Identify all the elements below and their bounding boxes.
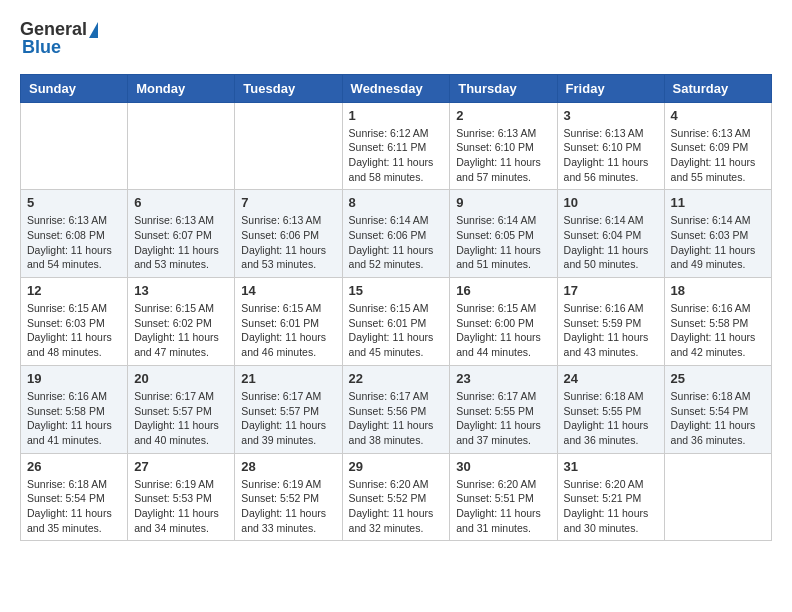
day-number: 25 — [671, 371, 765, 386]
day-info: Sunrise: 6:13 AM Sunset: 6:10 PM Dayligh… — [456, 126, 550, 185]
weekday-header-row: SundayMondayTuesdayWednesdayThursdayFrid… — [21, 74, 772, 102]
day-number: 9 — [456, 195, 550, 210]
week-row-4: 19Sunrise: 6:16 AM Sunset: 5:58 PM Dayli… — [21, 365, 772, 453]
day-info: Sunrise: 6:20 AM Sunset: 5:52 PM Dayligh… — [349, 477, 444, 536]
day-number: 29 — [349, 459, 444, 474]
day-info: Sunrise: 6:15 AM Sunset: 6:00 PM Dayligh… — [456, 301, 550, 360]
day-cell-28: 28Sunrise: 6:19 AM Sunset: 5:52 PM Dayli… — [235, 453, 342, 541]
day-number: 4 — [671, 108, 765, 123]
day-info: Sunrise: 6:13 AM Sunset: 6:06 PM Dayligh… — [241, 213, 335, 272]
day-cell-20: 20Sunrise: 6:17 AM Sunset: 5:57 PM Dayli… — [128, 365, 235, 453]
day-info: Sunrise: 6:15 AM Sunset: 6:01 PM Dayligh… — [241, 301, 335, 360]
day-cell-31: 31Sunrise: 6:20 AM Sunset: 5:21 PM Dayli… — [557, 453, 664, 541]
day-cell-25: 25Sunrise: 6:18 AM Sunset: 5:54 PM Dayli… — [664, 365, 771, 453]
day-number: 17 — [564, 283, 658, 298]
week-row-2: 5Sunrise: 6:13 AM Sunset: 6:08 PM Daylig… — [21, 190, 772, 278]
day-info: Sunrise: 6:18 AM Sunset: 5:54 PM Dayligh… — [27, 477, 121, 536]
weekday-header-friday: Friday — [557, 74, 664, 102]
day-cell-19: 19Sunrise: 6:16 AM Sunset: 5:58 PM Dayli… — [21, 365, 128, 453]
day-number: 19 — [27, 371, 121, 386]
day-info: Sunrise: 6:16 AM Sunset: 5:58 PM Dayligh… — [27, 389, 121, 448]
day-number: 18 — [671, 283, 765, 298]
day-info: Sunrise: 6:13 AM Sunset: 6:09 PM Dayligh… — [671, 126, 765, 185]
day-cell-9: 9Sunrise: 6:14 AM Sunset: 6:05 PM Daylig… — [450, 190, 557, 278]
day-number: 24 — [564, 371, 658, 386]
day-number: 27 — [134, 459, 228, 474]
weekday-header-sunday: Sunday — [21, 74, 128, 102]
day-info: Sunrise: 6:19 AM Sunset: 5:53 PM Dayligh… — [134, 477, 228, 536]
day-cell-12: 12Sunrise: 6:15 AM Sunset: 6:03 PM Dayli… — [21, 278, 128, 366]
day-number: 31 — [564, 459, 658, 474]
empty-cell — [235, 102, 342, 190]
day-number: 6 — [134, 195, 228, 210]
day-info: Sunrise: 6:13 AM Sunset: 6:08 PM Dayligh… — [27, 213, 121, 272]
day-number: 12 — [27, 283, 121, 298]
day-number: 26 — [27, 459, 121, 474]
day-info: Sunrise: 6:12 AM Sunset: 6:11 PM Dayligh… — [349, 126, 444, 185]
day-cell-22: 22Sunrise: 6:17 AM Sunset: 5:56 PM Dayli… — [342, 365, 450, 453]
day-cell-30: 30Sunrise: 6:20 AM Sunset: 5:51 PM Dayli… — [450, 453, 557, 541]
day-cell-27: 27Sunrise: 6:19 AM Sunset: 5:53 PM Dayli… — [128, 453, 235, 541]
day-cell-3: 3Sunrise: 6:13 AM Sunset: 6:10 PM Daylig… — [557, 102, 664, 190]
day-cell-6: 6Sunrise: 6:13 AM Sunset: 6:07 PM Daylig… — [128, 190, 235, 278]
empty-cell — [21, 102, 128, 190]
day-cell-13: 13Sunrise: 6:15 AM Sunset: 6:02 PM Dayli… — [128, 278, 235, 366]
day-number: 10 — [564, 195, 658, 210]
day-info: Sunrise: 6:17 AM Sunset: 5:57 PM Dayligh… — [134, 389, 228, 448]
day-info: Sunrise: 6:17 AM Sunset: 5:55 PM Dayligh… — [456, 389, 550, 448]
logo: General Blue — [20, 20, 98, 58]
day-cell-21: 21Sunrise: 6:17 AM Sunset: 5:57 PM Dayli… — [235, 365, 342, 453]
day-number: 30 — [456, 459, 550, 474]
day-cell-7: 7Sunrise: 6:13 AM Sunset: 6:06 PM Daylig… — [235, 190, 342, 278]
day-number: 1 — [349, 108, 444, 123]
week-row-3: 12Sunrise: 6:15 AM Sunset: 6:03 PM Dayli… — [21, 278, 772, 366]
day-number: 8 — [349, 195, 444, 210]
calendar-table: SundayMondayTuesdayWednesdayThursdayFrid… — [20, 74, 772, 542]
weekday-header-wednesday: Wednesday — [342, 74, 450, 102]
day-info: Sunrise: 6:14 AM Sunset: 6:05 PM Dayligh… — [456, 213, 550, 272]
day-info: Sunrise: 6:15 AM Sunset: 6:01 PM Dayligh… — [349, 301, 444, 360]
weekday-header-monday: Monday — [128, 74, 235, 102]
week-row-1: 1Sunrise: 6:12 AM Sunset: 6:11 PM Daylig… — [21, 102, 772, 190]
day-info: Sunrise: 6:17 AM Sunset: 5:57 PM Dayligh… — [241, 389, 335, 448]
day-cell-18: 18Sunrise: 6:16 AM Sunset: 5:58 PM Dayli… — [664, 278, 771, 366]
empty-cell — [664, 453, 771, 541]
week-row-5: 26Sunrise: 6:18 AM Sunset: 5:54 PM Dayli… — [21, 453, 772, 541]
day-cell-15: 15Sunrise: 6:15 AM Sunset: 6:01 PM Dayli… — [342, 278, 450, 366]
weekday-header-tuesday: Tuesday — [235, 74, 342, 102]
day-cell-5: 5Sunrise: 6:13 AM Sunset: 6:08 PM Daylig… — [21, 190, 128, 278]
day-cell-16: 16Sunrise: 6:15 AM Sunset: 6:00 PM Dayli… — [450, 278, 557, 366]
day-cell-29: 29Sunrise: 6:20 AM Sunset: 5:52 PM Dayli… — [342, 453, 450, 541]
day-info: Sunrise: 6:18 AM Sunset: 5:54 PM Dayligh… — [671, 389, 765, 448]
day-info: Sunrise: 6:14 AM Sunset: 6:04 PM Dayligh… — [564, 213, 658, 272]
day-cell-14: 14Sunrise: 6:15 AM Sunset: 6:01 PM Dayli… — [235, 278, 342, 366]
day-number: 13 — [134, 283, 228, 298]
day-info: Sunrise: 6:16 AM Sunset: 5:58 PM Dayligh… — [671, 301, 765, 360]
day-cell-1: 1Sunrise: 6:12 AM Sunset: 6:11 PM Daylig… — [342, 102, 450, 190]
day-info: Sunrise: 6:20 AM Sunset: 5:21 PM Dayligh… — [564, 477, 658, 536]
day-number: 3 — [564, 108, 658, 123]
day-number: 28 — [241, 459, 335, 474]
day-number: 5 — [27, 195, 121, 210]
empty-cell — [128, 102, 235, 190]
page-header: General Blue — [20, 20, 772, 58]
day-number: 23 — [456, 371, 550, 386]
day-cell-17: 17Sunrise: 6:16 AM Sunset: 5:59 PM Dayli… — [557, 278, 664, 366]
weekday-header-saturday: Saturday — [664, 74, 771, 102]
day-cell-10: 10Sunrise: 6:14 AM Sunset: 6:04 PM Dayli… — [557, 190, 664, 278]
day-info: Sunrise: 6:13 AM Sunset: 6:10 PM Dayligh… — [564, 126, 658, 185]
day-info: Sunrise: 6:15 AM Sunset: 6:03 PM Dayligh… — [27, 301, 121, 360]
day-info: Sunrise: 6:20 AM Sunset: 5:51 PM Dayligh… — [456, 477, 550, 536]
day-cell-26: 26Sunrise: 6:18 AM Sunset: 5:54 PM Dayli… — [21, 453, 128, 541]
day-info: Sunrise: 6:18 AM Sunset: 5:55 PM Dayligh… — [564, 389, 658, 448]
day-info: Sunrise: 6:17 AM Sunset: 5:56 PM Dayligh… — [349, 389, 444, 448]
logo-blue: Blue — [20, 38, 98, 58]
day-number: 2 — [456, 108, 550, 123]
day-info: Sunrise: 6:14 AM Sunset: 6:06 PM Dayligh… — [349, 213, 444, 272]
day-number: 20 — [134, 371, 228, 386]
day-info: Sunrise: 6:13 AM Sunset: 6:07 PM Dayligh… — [134, 213, 228, 272]
day-number: 22 — [349, 371, 444, 386]
day-cell-11: 11Sunrise: 6:14 AM Sunset: 6:03 PM Dayli… — [664, 190, 771, 278]
day-info: Sunrise: 6:16 AM Sunset: 5:59 PM Dayligh… — [564, 301, 658, 360]
day-number: 16 — [456, 283, 550, 298]
